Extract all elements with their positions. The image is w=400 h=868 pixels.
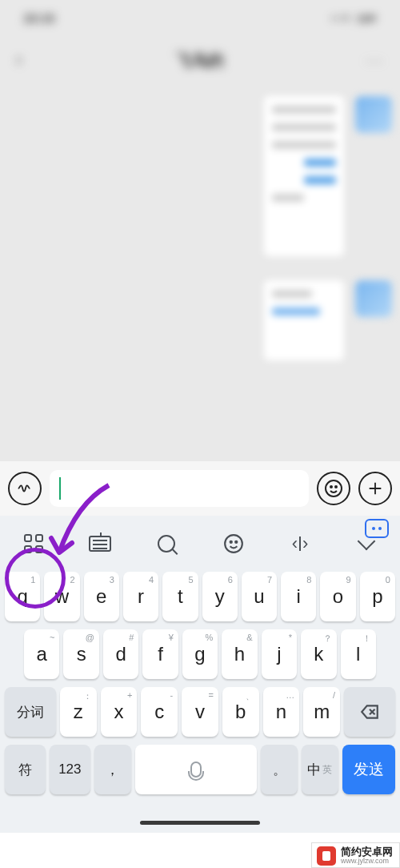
key-k[interactable]: k？ <box>301 629 336 679</box>
key-u[interactable]: u7 <box>242 572 277 621</box>
watermark-url: www.jylzw.com <box>341 858 393 866</box>
key-sub: @ <box>86 633 94 642</box>
apps-grid-button[interactable] <box>17 527 50 561</box>
key-w[interactable]: w2 <box>44 572 79 621</box>
key-sub: 7 <box>267 575 272 585</box>
key-o[interactable]: o9 <box>320 572 355 621</box>
key-i[interactable]: i8 <box>281 572 316 621</box>
key-sub: 3 <box>110 575 114 585</box>
language-key[interactable]: 中 英 <box>302 745 338 794</box>
key-q[interactable]: q1 <box>5 572 40 621</box>
key-sub: 6 <box>228 575 233 585</box>
watermark: 简约安卓网 www.jylzw.com <box>311 842 400 868</box>
key-sub: 0 <box>386 575 390 585</box>
key-h[interactable]: h& <box>222 629 257 679</box>
key-sub: % <box>205 633 213 642</box>
key-c[interactable]: c- <box>141 687 178 737</box>
keyboard-layout-button[interactable] <box>83 527 117 561</box>
key-a[interactable]: a~ <box>24 629 59 679</box>
add-button[interactable] <box>358 472 392 505</box>
svg-point-4 <box>230 541 231 543</box>
key-sub: ？ <box>323 633 332 645</box>
key-sub: 9 <box>346 575 351 585</box>
avatar[interactable] <box>355 96 392 133</box>
back-icon[interactable]: ‹ <box>16 50 22 70</box>
symbol-key[interactable]: 符 <box>5 745 46 794</box>
fenci-key[interactable]: 分词 <box>5 687 56 737</box>
home-indicator[interactable] <box>140 821 260 825</box>
key-p[interactable]: p0 <box>360 572 395 621</box>
sound-wave-icon <box>16 480 34 497</box>
cursor-move-button[interactable]: ‹› <box>283 527 317 561</box>
send-key[interactable]: 发送 <box>342 745 395 794</box>
key-m[interactable]: m/ <box>303 687 340 737</box>
microphone-icon <box>190 762 202 778</box>
status-bar: 23:15 ⋯ ᯤ ▢▢◧ <box>0 0 400 35</box>
message-input-bar <box>0 461 400 516</box>
key-sub: 4 <box>149 575 154 585</box>
plus-icon <box>366 480 384 497</box>
avatar[interactable] <box>355 280 392 317</box>
key-s[interactable]: s@ <box>63 629 98 679</box>
key-sub: # <box>129 633 134 642</box>
key-sub: ~ <box>50 633 54 642</box>
space-key[interactable] <box>135 745 258 794</box>
message-bubble[interactable] <box>264 280 344 360</box>
key-l[interactable]: l！ <box>341 629 376 679</box>
grid-icon <box>24 534 43 553</box>
status-indicators: ⋯ ᯤ ▢▢◧ <box>332 11 376 25</box>
key-t[interactable]: t5 <box>162 572 198 621</box>
svg-point-0 <box>326 480 342 496</box>
svg-point-5 <box>235 541 237 543</box>
watermark-name: 简约安卓网 <box>341 846 393 858</box>
key-sub: … <box>286 690 294 700</box>
keyboard-emoji-button[interactable] <box>217 527 250 561</box>
numeric-key[interactable]: 123 <box>50 745 90 794</box>
backspace-key[interactable] <box>344 687 395 737</box>
svg-point-3 <box>225 535 242 553</box>
key-g[interactable]: g% <box>182 629 218 679</box>
message-text-input[interactable] <box>50 470 309 507</box>
emoji-button[interactable] <box>317 472 350 505</box>
collapse-keyboard-button[interactable] <box>350 527 383 561</box>
key-sub: / <box>333 690 335 700</box>
watermark-logo-icon <box>317 846 336 866</box>
key-sub: 2 <box>70 575 74 585</box>
key-v[interactable]: v= <box>182 687 218 737</box>
svg-point-2 <box>335 486 337 488</box>
status-time: 23:15 <box>24 11 54 25</box>
key-sub: ！ <box>362 633 371 645</box>
key-x[interactable]: x+ <box>101 687 138 737</box>
key-d[interactable]: d# <box>103 629 138 679</box>
key-j[interactable]: j* <box>262 629 297 679</box>
key-sub: 8 <box>306 575 311 585</box>
key-y[interactable]: y6 <box>202 572 238 621</box>
key-z[interactable]: z： <box>60 687 97 737</box>
lang-sub: 英 <box>322 763 332 777</box>
period-key[interactable]: 。 <box>261 745 298 794</box>
key-sub: 5 <box>188 575 193 585</box>
smiley-icon <box>223 533 244 554</box>
key-e[interactable]: e3 <box>84 572 119 621</box>
key-r[interactable]: r4 <box>123 572 158 621</box>
voice-input-button[interactable] <box>8 472 42 505</box>
chat-header: ‹ 飞鸟的 ··· <box>0 40 400 80</box>
svg-point-1 <box>330 486 332 488</box>
key-sub: = <box>208 690 213 700</box>
key-f[interactable]: f¥ <box>142 629 178 679</box>
search-button[interactable] <box>150 527 183 561</box>
soft-keyboard: ‹› q1w2e3r4t5y6u7i8o9p0 a~s@d#f¥g%h&j*k？… <box>0 516 400 833</box>
more-icon[interactable]: ··· <box>366 51 384 70</box>
key-sub: ¥ <box>169 633 174 642</box>
key-b[interactable]: b、 <box>222 687 259 737</box>
comma-key[interactable]: ， <box>94 745 131 794</box>
key-sub: 、 <box>246 690 254 702</box>
message-bubble[interactable] <box>264 96 344 256</box>
search-icon <box>158 535 175 553</box>
chat-title: 飞鸟的 <box>176 50 224 71</box>
key-sub: & <box>246 633 252 642</box>
key-sub: * <box>289 633 292 642</box>
key-n[interactable]: n… <box>263 687 300 737</box>
key-sub: - <box>170 690 173 700</box>
text-caret <box>59 477 61 500</box>
